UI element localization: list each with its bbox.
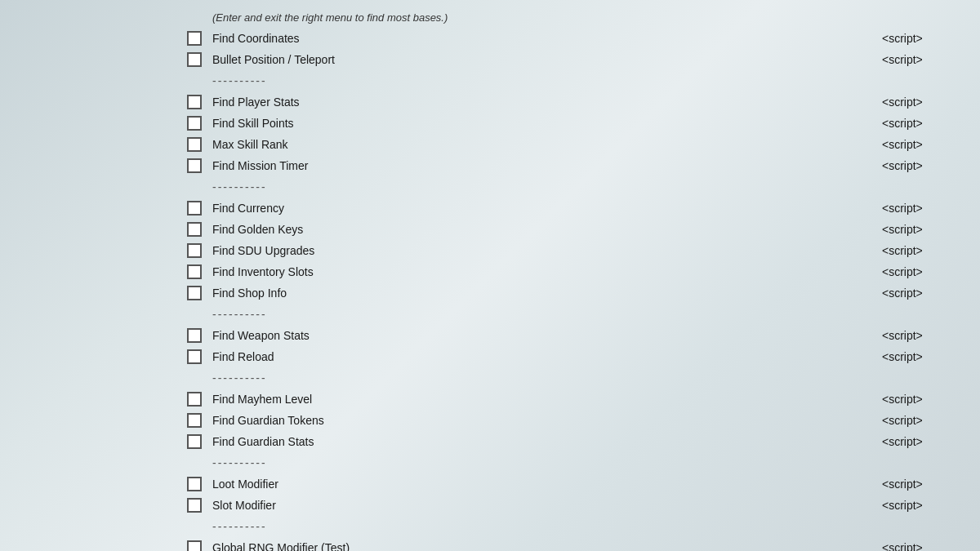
list-item-max-skill-rank: Max Skill Rank<script> bbox=[180, 134, 980, 155]
checkbox-find-inventory-slots[interactable] bbox=[187, 264, 202, 279]
checkbox-wrapper bbox=[180, 349, 209, 364]
checkbox-wrapper bbox=[180, 498, 209, 513]
checkbox-wrapper bbox=[180, 392, 209, 407]
checkbox-wrapper bbox=[180, 95, 209, 109]
item-script-find-inventory-slots: <script> bbox=[882, 265, 980, 278]
separator-label: ---------- bbox=[209, 520, 980, 533]
item-label-find-guardian-tokens: Find Guardian Tokens bbox=[209, 414, 882, 427]
checkbox-wrapper bbox=[180, 477, 209, 491]
checkbox-find-skill-points[interactable] bbox=[187, 116, 202, 131]
item-script-find-reload: <script> bbox=[882, 350, 980, 363]
checkbox-find-shop-info[interactable] bbox=[187, 286, 202, 300]
checkbox-wrapper bbox=[180, 137, 209, 152]
list-item-sep2: ---------- bbox=[180, 176, 980, 198]
item-label-max-skill-rank: Max Skill Rank bbox=[209, 138, 882, 151]
checkbox-find-guardian-tokens[interactable] bbox=[187, 413, 202, 428]
item-script-find-skill-points: <script> bbox=[882, 117, 980, 130]
list-item-global-rng-modifier: Global RNG Modifier (Test)<script> bbox=[180, 537, 980, 551]
checkbox-wrapper bbox=[180, 264, 209, 279]
item-label-find-skill-points: Find Skill Points bbox=[209, 117, 882, 130]
item-script-find-golden-keys: <script> bbox=[882, 223, 980, 236]
checkbox-wrapper bbox=[180, 540, 209, 551]
item-label-find-weapon-stats: Find Weapon Stats bbox=[209, 329, 882, 342]
checkbox-find-player-stats[interactable] bbox=[187, 95, 202, 109]
item-script-find-shop-info: <script> bbox=[882, 287, 980, 300]
item-script-find-guardian-stats: <script> bbox=[882, 435, 980, 448]
checkbox-find-sdu-upgrades[interactable] bbox=[187, 243, 202, 258]
list-item-sep1: ---------- bbox=[180, 70, 980, 91]
list-item-find-coordinates: Find Coordinates<script> bbox=[180, 28, 980, 49]
checkbox-wrapper bbox=[180, 31, 209, 46]
separator-label: ---------- bbox=[209, 456, 980, 469]
list-item-sep5: ---------- bbox=[180, 452, 980, 473]
checkbox-find-weapon-stats[interactable] bbox=[187, 328, 202, 343]
list-item-bullet-position: Bullet Position / Teleport<script> bbox=[180, 49, 980, 70]
item-script-slot-modifier: <script> bbox=[882, 499, 980, 512]
checkbox-max-skill-rank[interactable] bbox=[187, 137, 202, 152]
checkbox-bullet-position[interactable] bbox=[187, 52, 202, 67]
checkbox-find-mission-timer[interactable] bbox=[187, 158, 202, 173]
list-item-find-player-stats: Find Player Stats<script> bbox=[180, 91, 980, 113]
checkbox-wrapper bbox=[180, 413, 209, 428]
checkbox-wrapper bbox=[180, 116, 209, 131]
item-label-find-mission-timer: Find Mission Timer bbox=[209, 159, 882, 172]
list-item-find-golden-keys: Find Golden Keys<script> bbox=[180, 219, 980, 240]
list-item-find-currency: Find Currency<script> bbox=[180, 198, 980, 219]
item-label-bullet-position: Bullet Position / Teleport bbox=[209, 53, 882, 66]
list-item-sep6: ---------- bbox=[180, 516, 980, 537]
item-script-find-player-stats: <script> bbox=[882, 96, 980, 109]
item-script-find-sdu-upgrades: <script> bbox=[882, 244, 980, 257]
item-label-loot-modifier: Loot Modifier bbox=[209, 478, 882, 491]
checkbox-loot-modifier[interactable] bbox=[187, 477, 202, 491]
list-item-find-inventory-slots: Find Inventory Slots<script> bbox=[180, 261, 980, 282]
checkbox-wrapper bbox=[180, 52, 209, 67]
item-label-find-sdu-upgrades: Find SDU Upgrades bbox=[209, 244, 882, 257]
checkbox-find-reload[interactable] bbox=[187, 349, 202, 364]
checkbox-wrapper bbox=[180, 286, 209, 300]
checkbox-find-currency[interactable] bbox=[187, 201, 202, 216]
checkbox-wrapper bbox=[180, 158, 209, 173]
checkbox-wrapper bbox=[180, 328, 209, 343]
item-script-find-coordinates: <script> bbox=[882, 32, 980, 45]
item-label-slot-modifier: Slot Modifier bbox=[209, 499, 882, 512]
item-script-find-weapon-stats: <script> bbox=[882, 329, 980, 342]
checkbox-wrapper bbox=[180, 434, 209, 449]
checkbox-wrapper bbox=[180, 222, 209, 237]
list-item-info-bases: (Enter and exit the right menu to find m… bbox=[180, 7, 980, 28]
list-item-find-guardian-tokens: Find Guardian Tokens<script> bbox=[180, 410, 980, 431]
list-item-find-shop-info: Find Shop Info<script> bbox=[180, 282, 980, 304]
list-item-find-weapon-stats: Find Weapon Stats<script> bbox=[180, 325, 980, 346]
separator-label: ---------- bbox=[209, 180, 980, 193]
item-label-find-golden-keys: Find Golden Keys bbox=[209, 223, 882, 236]
item-label-find-inventory-slots: Find Inventory Slots bbox=[209, 265, 882, 278]
item-script-find-mission-timer: <script> bbox=[882, 159, 980, 172]
item-script-find-guardian-tokens: <script> bbox=[882, 414, 980, 427]
item-label-find-reload: Find Reload bbox=[209, 350, 882, 363]
info-label: (Enter and exit the right menu to find m… bbox=[209, 11, 980, 24]
item-label-find-coordinates: Find Coordinates bbox=[209, 32, 882, 45]
main-container: (Enter and exit the right menu to find m… bbox=[0, 0, 980, 551]
item-script-find-mayhem-level: <script> bbox=[882, 393, 980, 406]
list-item-sep3: ---------- bbox=[180, 304, 980, 325]
checkbox-find-coordinates[interactable] bbox=[187, 31, 202, 46]
separator-label: ---------- bbox=[209, 371, 980, 384]
list-item-find-reload: Find Reload<script> bbox=[180, 346, 980, 367]
item-script-global-rng-modifier: <script> bbox=[882, 541, 980, 551]
list-item-find-skill-points: Find Skill Points<script> bbox=[180, 113, 980, 134]
item-script-find-currency: <script> bbox=[882, 202, 980, 215]
checkbox-find-mayhem-level[interactable] bbox=[187, 392, 202, 407]
list-item-loot-modifier: Loot Modifier<script> bbox=[180, 473, 980, 495]
checkbox-global-rng-modifier[interactable] bbox=[187, 540, 202, 551]
list-item-find-sdu-upgrades: Find SDU Upgrades<script> bbox=[180, 240, 980, 261]
checkbox-find-golden-keys[interactable] bbox=[187, 222, 202, 237]
checkbox-find-guardian-stats[interactable] bbox=[187, 434, 202, 449]
item-label-find-currency: Find Currency bbox=[209, 202, 882, 215]
checkbox-slot-modifier[interactable] bbox=[187, 498, 202, 513]
list-item-find-mayhem-level: Find Mayhem Level<script> bbox=[180, 389, 980, 410]
item-label-find-guardian-stats: Find Guardian Stats bbox=[209, 435, 882, 448]
checkbox-wrapper bbox=[180, 243, 209, 258]
separator-label: ---------- bbox=[209, 74, 980, 87]
list-item-slot-modifier: Slot Modifier<script> bbox=[180, 495, 980, 516]
item-script-loot-modifier: <script> bbox=[882, 478, 980, 491]
separator-label: ---------- bbox=[209, 308, 980, 321]
